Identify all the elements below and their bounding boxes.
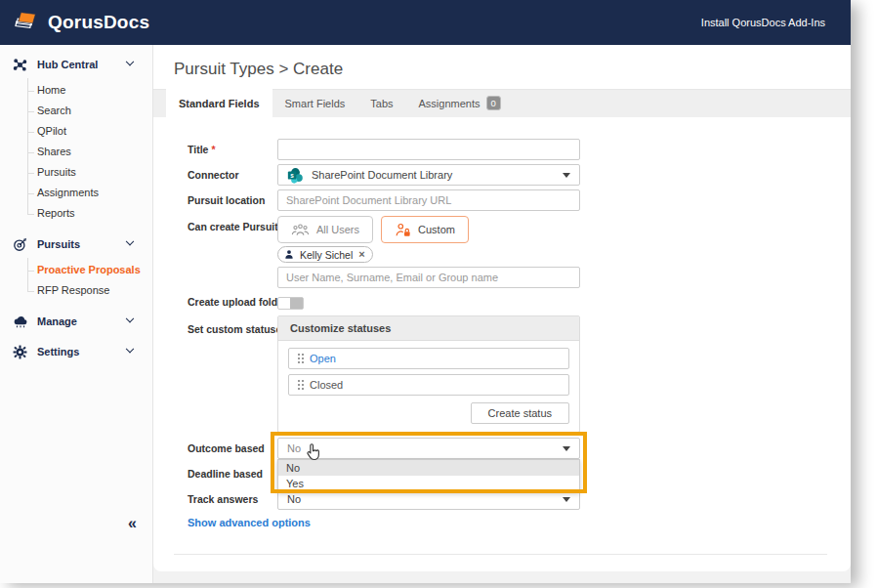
outcome-based-label: Outcome based — [188, 438, 277, 454]
required-asterisk: * — [211, 144, 215, 155]
custom-statuses-row: Set custom statuses Customize statuses O… — [188, 315, 827, 433]
connector-row: Connector s — [188, 164, 827, 186]
connector-label: Connector — [188, 164, 277, 181]
drag-handle-icon[interactable] — [298, 354, 300, 356]
user-search-input[interactable] — [277, 267, 580, 288]
top-header-bar: QorusDocs Install QorusDocs Add-Ins — [0, 0, 851, 45]
sidebar-item-shares[interactable]: Shares — [0, 142, 152, 162]
section-divider — [174, 554, 827, 555]
user-search-row — [188, 267, 827, 288]
pursuit-location-input[interactable] — [277, 189, 580, 211]
app-window: QorusDocs Install QorusDocs Add-Ins — [0, 0, 851, 583]
deadline-based-label: Deadline based — [188, 463, 277, 480]
sidebar-section-label: Settings — [37, 346, 79, 357]
create-status-button[interactable]: Create status — [471, 402, 569, 424]
tab-bar: Standard Fields Smart Fields Tabs Assign… — [153, 89, 851, 117]
sidebar-item-home[interactable]: Home — [0, 80, 152, 101]
pursuit-location-label: Pursuit location — [188, 189, 277, 206]
sidebar-section-label: Pursuits — [37, 238, 80, 250]
person-lock-icon — [395, 223, 411, 237]
title-row: Title* — [188, 139, 827, 160]
outcome-based-select[interactable]: No — [277, 438, 580, 459]
tab-standard-fields[interactable]: Standard Fields — [166, 89, 272, 117]
tab-tabs[interactable]: Tabs — [357, 89, 405, 117]
create-upload-folder-label: Create upload folder — [188, 294, 277, 308]
custom-statuses-label: Set custom statuses — [188, 315, 277, 335]
connector-value: SharePoint Document Library — [312, 169, 452, 181]
sidebar-item-qpilot[interactable]: QPilot — [0, 121, 152, 142]
person-icon — [284, 249, 294, 260]
advanced-options-row: Show advanced options — [188, 517, 827, 528]
brand-name: QorusDocs — [48, 12, 149, 33]
create-upload-folder-row: Create upload folder — [188, 294, 827, 310]
standard-fields-form: Title* Connector — [153, 117, 851, 571]
sidebar: Hub Central Home Search QPilot Shares Pu… — [0, 45, 153, 583]
chevron-down-icon — [126, 237, 134, 245]
hub-icon — [12, 58, 28, 72]
dropdown-caret-icon — [563, 497, 570, 502]
all-users-button[interactable]: All Users — [277, 216, 373, 243]
option-yes[interactable]: Yes — [278, 476, 579, 491]
user-chip-name: Kelly Sichel — [300, 249, 353, 261]
title-input[interactable] — [277, 139, 580, 160]
install-addins-link[interactable]: Install QorusDocs Add-Ins — [701, 17, 825, 28]
sidebar-item-rfp-response[interactable]: RFP Response — [0, 280, 152, 301]
sidebar-section-hub-central[interactable]: Hub Central — [0, 53, 152, 76]
track-answers-label: Track answers — [188, 488, 277, 505]
can-create-pursuits-row: Can create Pursuits* — [188, 216, 827, 243]
track-answers-value: No — [287, 493, 301, 505]
sidebar-section-label: Hub Central — [37, 59, 98, 70]
sharepoint-icon: s — [287, 167, 304, 184]
remove-user-icon[interactable]: × — [358, 249, 364, 260]
outcome-based-row: Outcome based No No Yes — [188, 438, 827, 458]
qorusdocs-logo-icon — [14, 9, 41, 36]
outcome-based-options: No Yes — [277, 459, 580, 492]
sidebar-section-settings[interactable]: Settings — [0, 340, 152, 363]
option-no[interactable]: No — [278, 460, 579, 476]
title-label: Title* — [188, 139, 277, 155]
outcome-based-value: No — [287, 442, 301, 454]
status-item-open[interactable]: Open — [288, 348, 569, 369]
tab-smart-fields[interactable]: Smart Fields — [272, 89, 358, 117]
chevron-down-icon — [126, 315, 134, 322]
sidebar-item-search[interactable]: Search — [0, 101, 152, 121]
pursuits-subnav: Proactive Proposals RFP Response — [0, 260, 152, 301]
target-icon — [12, 237, 28, 252]
tab-assignments[interactable]: Assignments 0 — [406, 89, 514, 117]
customize-statuses-panel: Customize statuses Open Closed — [277, 315, 580, 433]
drag-handle-icon[interactable] — [298, 380, 300, 382]
brand-logo: QorusDocs — [14, 9, 149, 36]
statuses-panel-title: Customize statuses — [278, 316, 579, 341]
selected-users-row: Kelly Sichel × — [188, 246, 827, 264]
sidebar-section-label: Manage — [37, 315, 77, 327]
main-content: Pursuit Types > Create Standard Fields S… — [153, 45, 851, 583]
user-chip: Kelly Sichel × — [277, 246, 373, 263]
sidebar-section-manage[interactable]: Manage — [0, 310, 152, 333]
sidebar-item-pursuits[interactable]: Pursuits — [0, 162, 152, 183]
can-create-pursuits-label: Can create Pursuits* — [188, 216, 277, 232]
pursuit-location-row: Pursuit location — [188, 189, 827, 211]
connector-select[interactable]: s SharePoint Document Library — [277, 164, 580, 186]
status-item-closed[interactable]: Closed — [288, 374, 569, 396]
dropdown-caret-icon — [563, 173, 570, 178]
users-icon — [291, 224, 310, 236]
hub-central-subnav: Home Search QPilot Shares Pursuits Assig… — [0, 80, 152, 224]
gear-icon — [12, 345, 28, 359]
svg-text:s: s — [290, 171, 294, 178]
chevron-down-icon — [126, 58, 134, 65]
dropdown-caret-icon — [563, 446, 570, 451]
chevron-down-icon — [126, 345, 134, 353]
cloud-icon — [12, 315, 28, 328]
show-advanced-options-link[interactable]: Show advanced options — [188, 517, 311, 528]
custom-button[interactable]: Custom — [381, 216, 469, 243]
page-title: Pursuit Types > Create — [153, 45, 851, 89]
sidebar-item-reports[interactable]: Reports — [0, 203, 152, 224]
create-upload-folder-toggle[interactable] — [277, 297, 304, 310]
sidebar-section-pursuits[interactable]: Pursuits — [0, 232, 152, 256]
assignments-count-badge: 0 — [486, 96, 501, 110]
sidebar-item-assignments[interactable]: Assignments — [0, 183, 152, 203]
sidebar-item-proactive-proposals[interactable]: Proactive Proposals — [0, 260, 152, 280]
collapse-sidebar-icon[interactable]: « — [128, 515, 137, 532]
